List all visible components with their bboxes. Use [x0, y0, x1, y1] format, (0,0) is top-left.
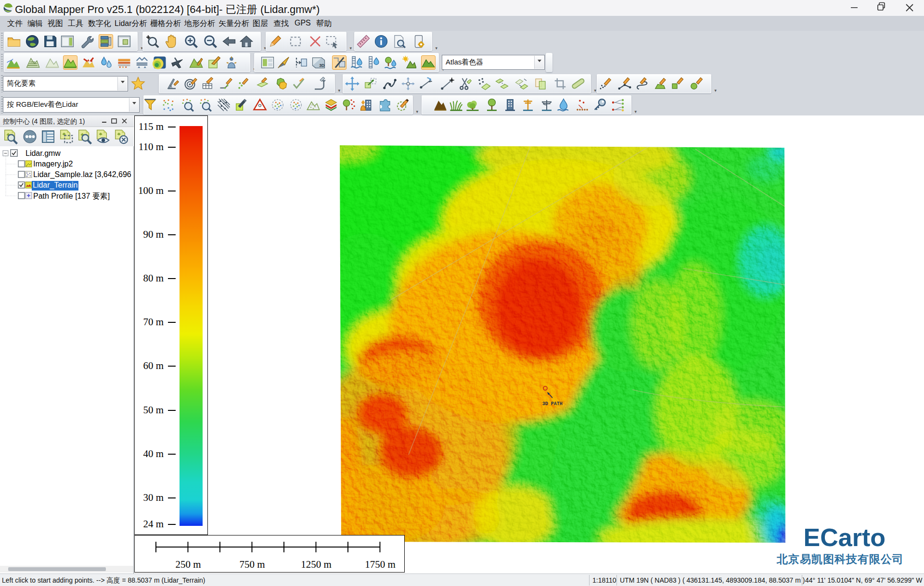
- svg-text:3D PATH: 3D PATH: [542, 401, 563, 407]
